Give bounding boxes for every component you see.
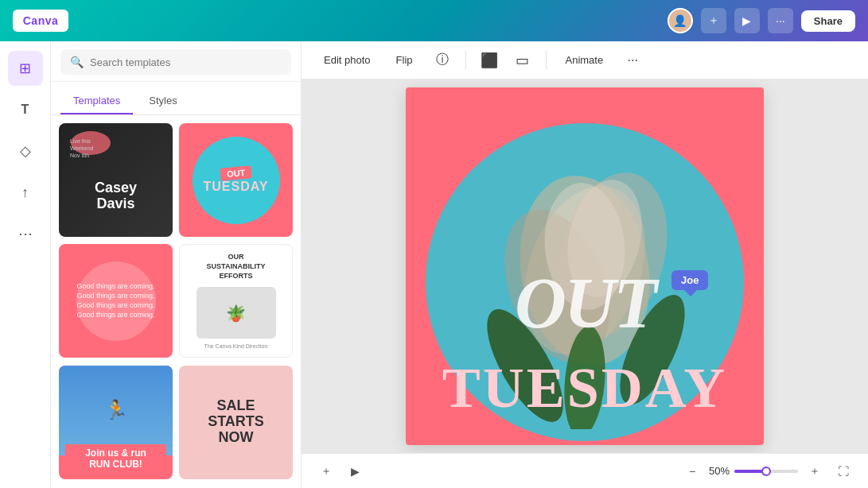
search-input-wrap: 🔍 [60, 49, 291, 75]
color-picker-button[interactable]: ⬛ [476, 47, 503, 74]
avatar: 👤 [668, 8, 693, 33]
top-bar: Canva 👤 ＋ ▶ ··· Share [0, 0, 868, 41]
template-card-goodthings[interactable]: Good things are coming. Good things are … [59, 244, 173, 358]
tab-styles[interactable]: Styles [136, 88, 189, 114]
zoom-out-button[interactable]: − [680, 459, 704, 483]
bottom-bar-right: − 50% ＋ ⛶ [680, 459, 855, 483]
sustainability-subtitle: The Canva Kind Direction [204, 343, 268, 349]
animate-button[interactable]: Animate [556, 49, 613, 71]
joe-tooltip: Joe [671, 270, 708, 290]
add-collaborator-button[interactable]: ＋ [701, 8, 726, 33]
templates-grid: Live thisWeekendNov 6th CaseyDavis OUT T… [51, 115, 301, 488]
design-canvas[interactable]: OUT TUESDAY [406, 87, 764, 445]
templates-panel: 🔍 Templates Styles Live thisWeekendNov 6… [51, 41, 302, 488]
more-toolbar-button[interactable]: ··· [619, 47, 646, 74]
sidebar-item-text[interactable]: T [8, 92, 43, 127]
zoom-slider[interactable] [734, 470, 798, 473]
sale-title: SALESTARTSNOW [208, 398, 264, 445]
left-sidebar-icons: ⊞ T ◇ ↑ ⋯ [0, 41, 51, 488]
search-input[interactable] [90, 56, 282, 68]
sidebar-item-elements[interactable]: ◇ [8, 134, 43, 168]
canvas-area: Edit photo Flip ⓘ ⬛ ▭ Animate ··· Joe [302, 41, 868, 488]
toolbar-separator [465, 51, 466, 70]
search-icon: 🔍 [70, 56, 84, 68]
template-card-casey[interactable]: Live thisWeekendNov 6th CaseyDavis [59, 123, 173, 237]
edit-photo-button[interactable]: Edit photo [314, 49, 380, 71]
template-card-sale[interactable]: SALESTARTSNOW [179, 366, 293, 479]
run-club-text: Join us & runRUN CLUB! [68, 447, 163, 470]
canvas-scroll[interactable]: Joe [302, 79, 868, 453]
sidebar-item-grid[interactable]: ⊞ [8, 51, 43, 86]
more-options-button[interactable]: ··· [768, 8, 793, 33]
sustainability-image: 🪴 [197, 287, 276, 339]
sidebar-item-uploads[interactable]: ↑ [8, 175, 43, 210]
present-button[interactable]: ▶ [734, 8, 760, 33]
add-page-button[interactable]: ＋ [314, 459, 338, 483]
bottom-bar-left: ＋ ▶ [314, 459, 367, 483]
sustainability-title: OURSUSTAINABILITYEFFORTS [207, 253, 266, 281]
card-name-label: CaseyDavis [95, 180, 137, 212]
design-tuesday-text: TUESDAY [442, 355, 727, 421]
card-out-label: OUT [220, 165, 251, 180]
canva-logo: Canva [13, 10, 68, 32]
flip-button[interactable]: Flip [387, 49, 422, 71]
tab-templates[interactable]: Templates [60, 88, 133, 114]
play-button[interactable]: ▶ [343, 459, 367, 483]
sidebar-item-apps[interactable]: ⋯ [8, 216, 43, 251]
fullscreen-button[interactable]: ⛶ [831, 459, 855, 483]
zoom-level: 50% [709, 465, 730, 477]
card-live-text: Live thisWeekendNov 6th [70, 137, 93, 159]
share-button[interactable]: Share [801, 10, 855, 32]
bottom-bar: ＋ ▶ − 50% ＋ ⛶ [302, 453, 868, 488]
toolbar-separator-2 [546, 51, 547, 70]
main-layout: ⊞ T ◇ ↑ ⋯ 🔍 Templates Styles Live thisWe… [0, 41, 868, 488]
zoom-in-button[interactable]: ＋ [803, 459, 827, 483]
run-club-image: 🏃 [59, 366, 173, 455]
top-bar-right: 👤 ＋ ▶ ··· Share [668, 8, 855, 33]
top-bar-left: Canva [13, 10, 68, 32]
template-card-tuesday[interactable]: OUT TUESDAY [179, 123, 293, 237]
template-card-runclub[interactable]: 🏃 Join us & runRUN CLUB! [59, 366, 173, 479]
design-out-text: OUT [515, 262, 655, 344]
search-bar: 🔍 [51, 41, 301, 82]
stroke-button[interactable]: ▭ [509, 47, 536, 74]
info-button[interactable]: ⓘ [429, 47, 456, 74]
good-things-text: Good things are coming. Good things are … [76, 282, 154, 320]
templates-tabs: Templates Styles [51, 82, 301, 115]
zoom-slider-thumb [761, 467, 771, 476]
template-card-sustainability[interactable]: OURSUSTAINABILITYEFFORTS 🪴 The Canva Kin… [179, 244, 293, 358]
canvas-toolbar: Edit photo Flip ⓘ ⬛ ▭ Animate ··· [302, 41, 868, 79]
card-tuesday-text: TUESDAY [204, 180, 269, 194]
